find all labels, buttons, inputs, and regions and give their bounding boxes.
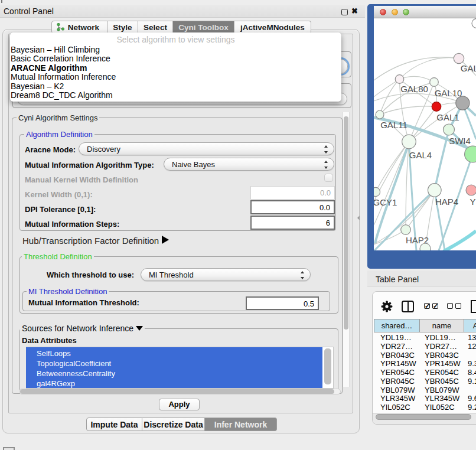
- svg-text:GAL1: GAL1: [436, 112, 459, 122]
- svg-text:GAL4: GAL4: [409, 150, 432, 160]
- svg-text:GAL11: GAL11: [380, 120, 407, 130]
- svg-text:Y: Y: [470, 197, 475, 207]
- svg-text:HAP4: HAP4: [435, 197, 458, 207]
- svg-text:GAL7: GAL7: [461, 63, 476, 73]
- svg-text:HAP2: HAP2: [406, 235, 429, 245]
- svg-text:GAL80: GAL80: [400, 84, 428, 94]
- svg-text:GAL10: GAL10: [435, 88, 462, 98]
- svg-text:SWI4: SWI4: [449, 136, 471, 146]
- svg-text:GCY1: GCY1: [374, 197, 397, 207]
